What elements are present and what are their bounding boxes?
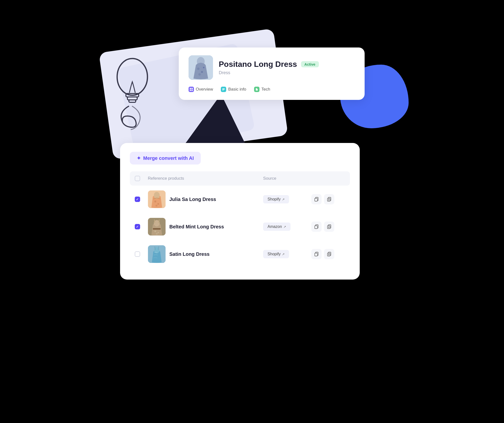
row2-thumb <box>148 218 166 235</box>
row2-import-button[interactable] <box>324 222 334 232</box>
svg-rect-14 <box>222 88 225 89</box>
svg-rect-10 <box>190 88 191 89</box>
row3-external-link-icon: ↗ <box>282 252 285 256</box>
header-checkbox-cell <box>130 171 144 186</box>
status-badge: Active <box>301 61 319 67</box>
svg-point-20 <box>157 203 159 205</box>
row1-name: Julia Sa Long Dress <box>169 197 216 202</box>
header-checkbox[interactable] <box>135 176 140 181</box>
basicinfo-icon <box>221 87 226 92</box>
row3-checkbox-cell <box>130 240 144 268</box>
sparkle-icon: ✦ <box>137 155 141 161</box>
svg-point-8 <box>198 73 201 76</box>
row3-product-cell: Satin Long Dress <box>144 240 259 268</box>
table-row: Satin Long Dress Shopify ↗ <box>130 240 350 268</box>
svg-point-0 <box>117 59 147 95</box>
tab-overview[interactable]: Overview <box>189 86 213 93</box>
tab-tech-label: Tech <box>261 87 270 92</box>
row1-product-info: Julia Sa Long Dress <box>148 190 256 208</box>
svg-point-7 <box>201 71 203 73</box>
row2-actions <box>311 222 346 232</box>
svg-point-6 <box>197 68 200 70</box>
svg-rect-31 <box>315 226 317 229</box>
row2-product-cell: Belted Mint Long Dress <box>144 213 259 240</box>
reference-products-table: Reference products Source <box>130 171 350 268</box>
svg-rect-22 <box>315 198 317 201</box>
product-card: Positano Long Dress Active Dress Overvie… <box>179 47 365 100</box>
row2-actions-cell <box>307 213 350 240</box>
tech-icon <box>254 87 259 92</box>
product-name: Positano Long Dress <box>219 60 297 69</box>
row2-copy-button[interactable] <box>311 222 322 232</box>
row2-name: Belted Mint Long Dress <box>169 224 224 230</box>
row1-thumb <box>148 190 166 208</box>
row1-copy-button[interactable] <box>311 194 322 204</box>
merge-button-label: Merge convert with AI <box>143 155 194 161</box>
table-row: Julia Sa Long Dress Shopify ↗ <box>130 186 350 213</box>
svg-point-28 <box>154 231 156 232</box>
table-header: Reference products Source <box>130 171 350 186</box>
row2-source-badge: Amazon ↗ <box>263 223 291 231</box>
col-source: Source <box>259 171 307 186</box>
svg-point-30 <box>156 233 157 235</box>
row3-thumb <box>148 245 166 263</box>
main-card: ✦ Merge convert with AI Reference produc… <box>120 143 360 280</box>
svg-rect-13 <box>191 90 193 91</box>
tab-overview-label: Overview <box>196 87 213 92</box>
row1-product-cell: Julia Sa Long Dress <box>144 186 259 213</box>
col-actions <box>307 171 350 186</box>
col-reference-products: Reference products <box>144 171 259 186</box>
row3-source-cell: Shopify ↗ <box>259 240 307 268</box>
row1-actions-cell <box>307 186 350 213</box>
svg-rect-27 <box>153 228 161 230</box>
row1-checkbox-cell <box>130 186 144 213</box>
row3-name: Satin Long Dress <box>169 251 210 257</box>
row3-actions <box>311 249 346 259</box>
row3-copy-button[interactable] <box>311 249 322 259</box>
row2-external-link-icon: ↗ <box>283 225 286 229</box>
product-tabs: Overview Basic info <box>189 86 355 93</box>
row2-source-label: Amazon <box>268 224 282 229</box>
row3-source-label: Shopify <box>268 252 280 256</box>
svg-rect-36 <box>315 253 317 256</box>
row3-import-button[interactable] <box>324 249 334 259</box>
row1-checkbox[interactable] <box>135 197 140 202</box>
row3-product-info: Satin Long Dress <box>148 245 256 263</box>
svg-rect-16 <box>222 90 224 90</box>
table-body: Julia Sa Long Dress Shopify ↗ <box>130 186 350 268</box>
row2-checkbox[interactable] <box>135 224 140 229</box>
row1-import-button[interactable] <box>324 194 334 204</box>
tab-basicinfo[interactable]: Basic info <box>221 86 246 93</box>
tab-basicinfo-label: Basic info <box>228 87 246 92</box>
product-category: Dress <box>219 70 319 75</box>
row2-product-info: Belted Mint Long Dress <box>148 218 256 235</box>
product-title-area: Positano Long Dress Active Dress <box>219 60 319 75</box>
row3-checkbox[interactable] <box>135 251 140 257</box>
merge-button[interactable]: ✦ Merge convert with AI <box>130 152 201 164</box>
svg-rect-11 <box>191 88 193 89</box>
row3-actions-cell <box>307 240 350 268</box>
lightbulb-decoration <box>108 50 157 134</box>
svg-point-21 <box>156 205 157 207</box>
tab-tech[interactable]: Tech <box>254 86 270 93</box>
svg-point-29 <box>157 232 159 233</box>
row1-source-badge: Shopify ↗ <box>263 195 289 203</box>
product-card-header: Positano Long Dress Active Dress <box>189 55 355 80</box>
row3-source-badge: Shopify ↗ <box>263 250 289 258</box>
product-title-row: Positano Long Dress Active <box>219 60 319 69</box>
svg-rect-3 <box>129 100 136 102</box>
product-image <box>189 55 213 80</box>
table-row: Belted Mint Long Dress Amazon ↗ <box>130 213 350 240</box>
row2-checkbox-cell <box>130 213 144 240</box>
row2-source-cell: Amazon ↗ <box>259 213 307 240</box>
svg-point-18 <box>154 192 160 199</box>
svg-rect-12 <box>190 90 191 91</box>
svg-rect-15 <box>222 89 225 90</box>
overview-icon <box>189 87 194 92</box>
row1-external-link-icon: ↗ <box>282 198 285 201</box>
row1-actions <box>311 194 346 204</box>
svg-point-9 <box>203 67 204 68</box>
row1-source-label: Shopify <box>268 197 280 201</box>
svg-point-19 <box>154 200 156 202</box>
row1-source-cell: Shopify ↗ <box>259 186 307 213</box>
